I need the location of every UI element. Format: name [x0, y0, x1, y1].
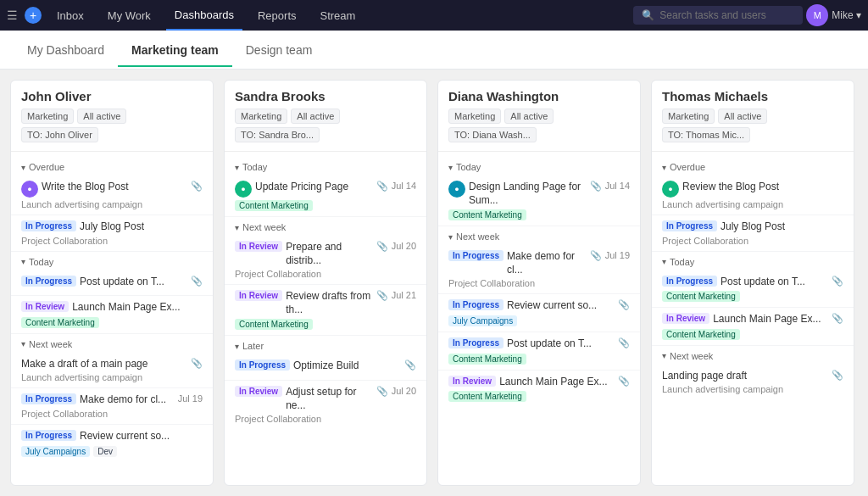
task-item[interactable]: ●Review the Blog PostLaunch advertising … [652, 176, 854, 215]
task-item[interactable]: ●Write the Blog Post📎Launch advertising … [11, 176, 213, 215]
task-item[interactable]: In ReviewPrepare and distrib...📎Jul 20Pr… [225, 236, 426, 285]
task-subtitle: Launch advertising campaign [21, 372, 203, 382]
col-header: Diana WashingtonMarketingAll activeTO: D… [438, 81, 640, 152]
task-item[interactable]: In ReviewLaunch Main Page Ex...Content M… [11, 296, 213, 334]
task-item[interactable]: In ProgressMake demo for cl...Jul 19Proj… [11, 388, 213, 425]
section-header: Next week [652, 346, 854, 365]
filter-tag[interactable]: Marketing [662, 109, 715, 124]
user-avatar: M [806, 4, 828, 26]
filter-tag[interactable]: All active [291, 109, 340, 124]
task-title: Make a draft of a main page [21, 358, 187, 371]
col-header: Sandra BrooksMarketingAll activeTO: Sand… [225, 81, 426, 152]
col-title: Diana Washington [448, 89, 630, 103]
attachment-icon: 📎 [376, 386, 388, 397]
task-title: Make demo for cl... [80, 393, 175, 407]
attachment-icon: 📎 [191, 181, 203, 192]
hamburger-icon[interactable]: ☰ [7, 8, 18, 22]
task-item[interactable]: In ReviewLaunch Main Page Ex...📎Content … [438, 371, 640, 408]
add-button[interactable]: + [25, 7, 42, 24]
dashboard-col: John OliverMarketingAll activeTO: John O… [10, 80, 214, 486]
filter-tag[interactable]: TO: Diana Wash... [448, 127, 537, 142]
task-item[interactable]: In ReviewLaunch Main Page Ex...📎Content … [652, 308, 854, 346]
task-title: Review current so... [80, 430, 203, 443]
section-header: Next week [438, 226, 640, 245]
task-subtitle: Project Collaboration [21, 409, 203, 419]
task-item[interactable]: In ProgressPost update on T...📎Content M… [438, 332, 640, 371]
filter-tag[interactable]: All active [718, 109, 767, 124]
task-item[interactable]: ●Design Landing Page for Sum...📎Jul 14Co… [438, 176, 640, 226]
task-date: Jul 14 [392, 181, 416, 191]
task-tags: Content Marketing [235, 319, 416, 330]
task-title-row: In ProgressPost update on T...📎 [662, 276, 843, 289]
task-title-row: In ProgressReview current so... [21, 430, 203, 443]
task-tags: Content Marketing [448, 354, 630, 365]
filter-tag[interactable]: All active [77, 109, 126, 124]
status-badge: In Progress [662, 276, 717, 287]
task-item[interactable]: In ProgressReview current so...July Camp… [11, 425, 213, 462]
nav-reports[interactable]: Reports [249, 0, 305, 31]
attachment-icon: 📎 [618, 337, 630, 348]
task-item[interactable]: In ProgressJuly Blog PostProject Collabo… [11, 215, 213, 252]
task-title-row: In ReviewPrepare and distrib...📎Jul 20 [235, 241, 416, 267]
task-subtitle: Launch advertising campaign [21, 199, 203, 209]
filter-tag[interactable]: TO: Thomas Mic... [662, 127, 750, 142]
attachment-icon: 📎 [832, 313, 843, 324]
task-tag: Content Marketing [662, 329, 740, 340]
attachment-icon: 📎 [376, 241, 388, 252]
status-badge: In Progress [448, 250, 504, 261]
tab-design-team[interactable]: Design team [232, 33, 326, 67]
task-tags: Content Marketing [448, 391, 630, 402]
task-title-row: In ProgressJuly Blog Post [21, 220, 203, 234]
status-badge: In Review [235, 290, 282, 301]
search-bar[interactable]: 🔍 [633, 6, 803, 25]
task-item[interactable]: Make a draft of a main page📎Launch adver… [11, 353, 213, 389]
task-title-row: In ProgressReview current so...📎 [448, 299, 630, 313]
task-title-row: In ProgressPost update on T...📎 [21, 276, 203, 289]
task-title: Launch Main Page Ex... [72, 301, 203, 315]
attachment-icon: 📎 [832, 370, 843, 381]
task-item[interactable]: In ReviewAdjust setup for ne...📎Jul 20Pr… [225, 381, 426, 429]
filter-tag[interactable]: Marketing [235, 109, 287, 124]
col-filters: MarketingAll activeTO: Thomas Mic... [662, 109, 843, 142]
tab-marketing-team[interactable]: Marketing team [118, 33, 232, 67]
task-tags: Content Marketing [662, 291, 843, 302]
section-header: Next week [225, 217, 426, 236]
filter-tag[interactable]: All active [504, 109, 554, 124]
status-badge: In Progress [448, 337, 504, 348]
task-item[interactable]: In ProgressPost update on T...📎Content M… [652, 270, 854, 309]
task-tag-2: Dev [93, 446, 117, 457]
col-body: Overdue●Review the Blog PostLaunch adver… [652, 152, 854, 485]
filter-tag[interactable]: Marketing [21, 109, 74, 124]
tab-my-dashboard[interactable]: My Dashboard [14, 33, 118, 67]
task-title: July Blog Post [721, 220, 843, 234]
nav-stream[interactable]: Stream [312, 0, 364, 31]
search-input[interactable] [659, 9, 794, 21]
filter-tag[interactable]: Marketing [448, 109, 501, 124]
col-header: John OliverMarketingAll activeTO: John O… [11, 81, 213, 152]
nav-inbox[interactable]: Inbox [48, 0, 92, 31]
search-icon: 🔍 [642, 9, 654, 21]
nav-mywork[interactable]: My Work [99, 0, 159, 31]
status-badge: In Progress [662, 220, 717, 231]
task-item[interactable]: Landing page draft📎Launch advertising ca… [652, 365, 854, 400]
dashboard-col: Diana WashingtonMarketingAll activeTO: D… [437, 80, 641, 486]
task-item[interactable]: In ProgressJuly Blog PostProject Collabo… [652, 215, 854, 252]
filter-tag[interactable]: TO: Sandra Bro... [235, 127, 320, 142]
task-item[interactable]: In ProgressReview current so...📎July Cam… [438, 294, 640, 332]
task-item[interactable]: In ProgressOptimize Build📎 [225, 354, 426, 381]
section-header: Overdue [652, 157, 854, 176]
task-item[interactable]: ●Update Pricing Page📎Jul 14Content Marke… [225, 176, 426, 217]
task-avatar: ● [21, 181, 38, 198]
col-filters: MarketingAll activeTO: Sandra Bro... [235, 109, 416, 142]
task-title-row: In ProgressPost update on T...📎 [448, 337, 630, 351]
task-avatar: ● [448, 181, 465, 198]
attachment-icon: 📎 [618, 299, 630, 310]
filter-tag[interactable]: TO: John Oliver [21, 127, 98, 142]
task-item[interactable]: In ReviewReview drafts from th...📎Jul 21… [225, 285, 426, 336]
nav-dashboards[interactable]: Dashboards [166, 0, 242, 31]
task-subtitle: Project Collaboration [235, 414, 416, 424]
attachment-icon: 📎 [191, 276, 203, 287]
task-item[interactable]: In ProgressMake demo for cl...📎Jul 19Pro… [438, 245, 640, 294]
user-label[interactable]: Mike ▾ [832, 9, 861, 21]
task-item[interactable]: In ProgressPost update on T...📎 [11, 270, 213, 297]
